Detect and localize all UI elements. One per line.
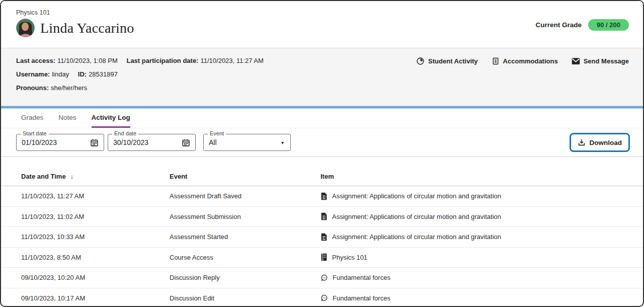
row-datetime: 09/10/2023, 10:17 AM [21,294,170,302]
row-item[interactable]: Assignment: Applications of circular mot… [332,192,501,200]
discussion-icon [320,294,328,302]
row-event: Discussion Reply [170,274,320,281]
download-icon [578,138,586,146]
event-label: Event [208,130,226,136]
event-select[interactable]: Event All ▾ [203,134,291,151]
row-event: Assessment Started [170,233,320,241]
row-datetime: 11/10/2023, 11:02 AM [21,213,170,220]
row-datetime: 11/10/2023, 11:27 AM [21,192,170,200]
pronouns: Pronouns:she/her/hers [16,84,87,92]
tab-notes[interactable]: Notes [58,109,76,128]
table-row: 11/10/2023, 10:33 AM Assessment Started … [1,227,643,248]
last-participation: Last participation date:11/10/2023, 11:2… [126,57,263,64]
document-list-icon [492,57,500,65]
send-message-label: Send Message [584,57,629,65]
profile-header: Physics 101 Linda Yaccarino Current Grad… [1,1,643,48]
student-activity-label: Student Activity [428,57,477,65]
row-datetime: 11/10/2023, 8:50 AM [21,254,170,261]
sort-descending-icon[interactable]: ↓ [70,173,73,180]
assignment-icon [320,192,328,200]
current-grade-label: Current Grade [535,21,582,29]
table-row: 09/10/2023, 10:17 AM Discussion Edit Fun… [1,288,643,307]
table-row: 11/10/2023, 11:27 AM Assessment Draft Sa… [1,186,643,207]
row-item[interactable]: Fundamental forces [333,274,390,281]
student-activity-button[interactable]: Student Activity [416,57,477,65]
envelope-icon [572,57,580,65]
col-event: Event [170,173,187,180]
download-highlight-box: Download [570,133,630,152]
event-value[interactable]: All [209,138,281,146]
calendar-icon[interactable] [90,138,99,147]
row-item[interactable]: Assignment: Applications of circular mot… [332,233,501,241]
student-info-bar: Last access:11/10/2023, 1:08 PM Last par… [1,48,643,106]
assignment-icon [320,212,328,220]
col-item: Item [320,173,334,180]
row-datetime: 11/10/2023, 10:33 AM [21,233,170,241]
student-avatar [16,19,35,37]
table-row: 11/10/2023, 11:02 AM Assessment Submissi… [1,207,643,227]
table-header-row: Date and Time ↓ Event Item [1,167,643,186]
end-date-field[interactable]: End date 30/10/2023 [108,134,196,151]
row-datetime: 09/10/2023, 10:20 AM [21,274,170,281]
table-row: 09/10/2023, 10:20 AM Discussion Reply Fu… [1,268,643,288]
course-book-icon [320,253,328,261]
row-event: Assessment Submission [170,213,320,220]
start-date-label: Start date [21,130,49,136]
accommodations-label: Accommodations [503,57,558,65]
caret-down-icon[interactable]: ▾ [281,140,284,145]
activity-log-filters: Start date 01/10/2023 End date 30/10/202… [1,128,643,157]
row-event: Assessment Draft Saved [170,192,320,200]
activity-log-table: Date and Time ↓ Event Item 11/10/2023, 1… [1,167,643,307]
row-event: Course Access [170,254,320,261]
tab-activity-log[interactable]: Activity Log [92,109,130,128]
current-grade-badge[interactable]: 90 / 200 [588,19,629,31]
clock-icon [416,57,425,65]
col-date-and-time: Date and Time [21,173,66,180]
row-item[interactable]: Assignment: Applications of circular mot… [332,213,501,220]
last-access: Last access:11/10/2023, 1:08 PM [16,57,118,64]
student-profile-window: Physics 101 Linda Yaccarino Current Grad… [0,0,644,307]
assignment-icon [320,233,328,241]
row-item[interactable]: Physics 101 [332,254,367,261]
profile-actions: Student Activity Accommodations Send Mes… [416,57,629,65]
course-name: Physics 101 [16,9,629,16]
accommodations-button[interactable]: Accommodations [492,57,558,65]
send-message-button[interactable]: Send Message [572,57,629,65]
end-date-value[interactable]: 30/10/2023 [113,138,182,146]
end-date-label: End date [112,130,138,136]
discussion-icon [320,274,328,282]
row-event: Discussion Edit [170,294,320,302]
profile-tabs: Grades Notes Activity Log [1,109,643,128]
username: Username:linday [16,70,69,78]
calendar-icon[interactable] [182,138,190,147]
student-id: ID:28531897 [78,70,118,78]
start-date-field[interactable]: Start date 01/10/2023 [16,134,104,151]
tab-grades[interactable]: Grades [21,109,43,128]
table-row: 11/10/2023, 8:50 AM Course Access Physic… [1,248,643,268]
student-name: Linda Yaccarino [40,20,134,36]
download-label: Download [590,139,622,146]
start-date-value[interactable]: 01/10/2023 [22,138,90,146]
download-button[interactable]: Download [572,135,628,150]
avatar-photo [16,19,35,37]
row-item[interactable]: Fundamental forces [333,294,390,302]
